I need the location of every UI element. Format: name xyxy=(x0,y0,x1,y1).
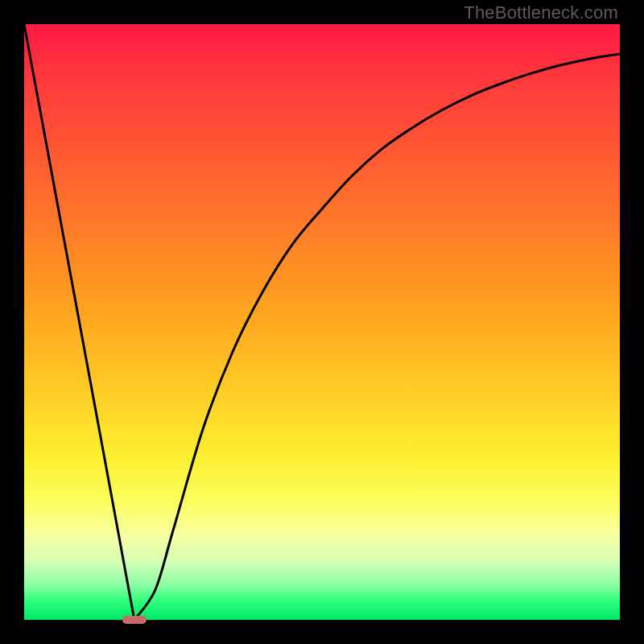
optimal-marker xyxy=(122,616,147,624)
plot-area xyxy=(24,24,620,620)
watermark-text: TheBottleneck.com xyxy=(464,2,618,23)
bottleneck-curve xyxy=(24,24,620,620)
curve-layer xyxy=(24,24,620,620)
chart-frame: TheBottleneck.com xyxy=(0,0,644,644)
